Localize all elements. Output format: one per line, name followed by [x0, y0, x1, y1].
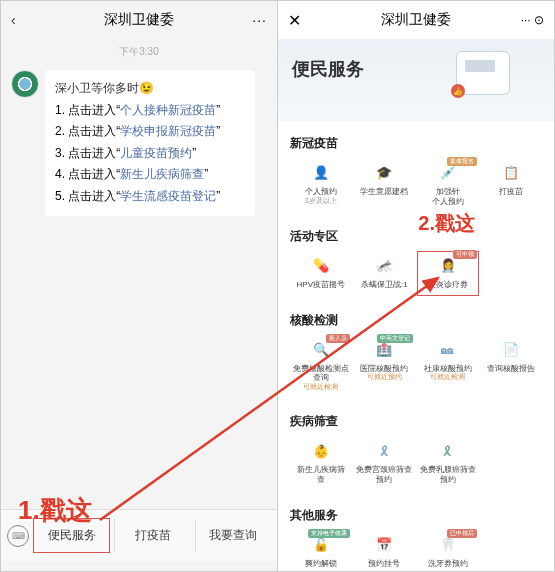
- service-tile[interactable]: 💊HPV疫苗摇号: [290, 251, 352, 296]
- tile-label: 皮炎诊疗券: [418, 280, 478, 290]
- message-bubble: 深小卫等你多时😉 1. 点击进入“个人接种新冠疫苗”2. 点击进入“学校申报新冠…: [45, 70, 255, 216]
- tile-icon: 👤: [310, 162, 332, 184]
- service-tile[interactable]: 📄查询核酸报告: [481, 335, 543, 398]
- tile-label: 杀螨保卫战:1: [355, 280, 415, 290]
- tile-label: 医院核酸预约: [355, 364, 415, 374]
- service-tile[interactable]: 新人员🔍免费核酸检测点查询可就近检测: [290, 335, 352, 398]
- chat-link-item[interactable]: 3. 点击进入“儿童疫苗预约”: [55, 143, 245, 165]
- service-tile[interactable]: 🎗免费宫颈癌筛查预约: [354, 436, 416, 490]
- chat-link-item[interactable]: 2. 点击进入“学校申报新冠疫苗”: [55, 121, 245, 143]
- section: 活动专区💊HPV疫苗摇号🦟杀螨保卫战:1可申领👩‍⚕️皮炎诊疗券: [278, 214, 554, 298]
- badge: 可申领: [453, 250, 477, 259]
- chat-header: ‹ 深圳卫健委 ···: [1, 1, 277, 39]
- tile-subtext: 3岁及以上: [291, 197, 351, 205]
- badge: 中英文登记: [377, 334, 413, 343]
- tile-label: 查询核酸报告: [482, 364, 542, 374]
- tile-label: 免费核酸检测点查询: [291, 364, 351, 383]
- chat-link-item[interactable]: 4. 点击进入“新生儿疾病筛查”: [55, 164, 245, 186]
- menu-dots-icon[interactable]: ··· ⊙: [521, 13, 544, 27]
- service-tile[interactable]: 支持电子健康🔓爽约解锁: [290, 530, 352, 571]
- back-icon[interactable]: ‹: [11, 12, 16, 28]
- avatar[interactable]: [11, 70, 39, 98]
- wink-emoji: 😉: [139, 78, 154, 100]
- service-tile[interactable]: 已申领后🦷洗牙券预约: [417, 530, 479, 571]
- greeting-text: 深小卫等你多时: [55, 81, 139, 95]
- thumbs-up-icon: 👍: [451, 84, 465, 98]
- badge: 新人员: [326, 334, 350, 343]
- chat-link-item[interactable]: 1. 点击进入“个人接种新冠疫苗”: [55, 100, 245, 122]
- tile-subtext: 可就近检测: [291, 383, 351, 391]
- service-panel: ✕ 深圳卫健委 ··· ⊙ 便民服务 👍 新冠疫苗👤个人预约3岁及以上🎓学生意愿…: [278, 1, 554, 571]
- tile-label: 免费乳腺癌筛查预约: [418, 465, 478, 484]
- service-tile[interactable]: 中英文登记🏥医院核酸预约可就近预约: [354, 335, 416, 398]
- service-tile[interactable]: 👶新生儿疾病筛查: [290, 436, 352, 490]
- section-title: 活动专区: [290, 220, 542, 251]
- tile-icon: 🎓: [373, 162, 395, 184]
- section-title: 疾病筛查: [290, 405, 542, 436]
- annotation-step-1: 1.戳这: [18, 493, 92, 528]
- tile-icon: 🦟: [373, 255, 395, 277]
- service-tile[interactable]: 👤个人预约3岁及以上: [290, 158, 352, 212]
- section: 其他服务支持电子健康🔓爽约解锁📅预约挂号已申领后🦷洗牙券预约: [278, 493, 554, 571]
- section-title: 其他服务: [290, 499, 542, 530]
- tile-label: 社康核酸预约: [418, 364, 478, 374]
- menu-query-button[interactable]: 我要查询: [195, 519, 271, 552]
- more-icon[interactable]: ···: [252, 12, 267, 28]
- tile-icon: 🎗: [437, 440, 459, 462]
- timestamp: 下午3:30: [1, 39, 277, 65]
- section: 核酸检测新人员🔍免费核酸检测点查询可就近检测中英文登记🏥医院核酸预约可就近预约🏘…: [278, 298, 554, 400]
- tile-label: 爽约解锁: [291, 559, 351, 569]
- tile-icon: 📄: [500, 339, 522, 361]
- service-tile[interactable]: 📋打疫苗: [481, 158, 543, 212]
- tile-icon: 📅: [373, 534, 395, 556]
- chat-title: 深圳卫健委: [104, 11, 174, 29]
- service-tile[interactable]: 🎗免费乳腺癌筛查预约: [417, 436, 479, 490]
- tile-label: HPV疫苗摇号: [291, 280, 351, 290]
- badge: 支持电子健康: [308, 529, 350, 538]
- service-tile[interactable]: 🎓学生意愿建档: [354, 158, 416, 212]
- badge: 已申领后: [447, 529, 477, 538]
- badge: 集体报名: [447, 157, 477, 166]
- service-tile[interactable]: 集体报名💉加强针个人预约: [417, 158, 479, 212]
- section: 疾病筛查👶新生儿疾病筛查🎗免费宫颈癌筛查预约🎗免费乳腺癌筛查预约: [278, 399, 554, 492]
- tile-label: 洗牙券预约: [418, 559, 478, 569]
- tile-label: 免费宫颈癌筛查预约: [355, 465, 415, 484]
- menu-vaccine-button[interactable]: 打疫苗: [114, 519, 190, 552]
- banner: 便民服务 👍: [278, 39, 554, 121]
- tile-label: 预约挂号: [355, 559, 415, 569]
- service-title: 深圳卫健委: [381, 11, 451, 29]
- close-icon[interactable]: ✕: [288, 11, 301, 30]
- tile-subtext: 可就近检测: [418, 373, 478, 381]
- service-tile[interactable]: 🦟杀螨保卫战:1: [354, 251, 416, 296]
- tile-subtext: 可就近预约: [355, 373, 415, 381]
- chat-panel: ‹ 深圳卫健委 ··· 下午3:30 深小卫等你多时😉 1. 点击进入“个人接种…: [1, 1, 278, 571]
- annotation-step-2: 2.戳这: [418, 210, 475, 237]
- section-title: 新冠疫苗: [290, 127, 542, 158]
- tile-icon: 📋: [500, 162, 522, 184]
- tile-icon: 🎗: [373, 440, 395, 462]
- chat-link-item[interactable]: 5. 点击进入“学生流感疫苗登记”: [55, 186, 245, 208]
- tile-icon: 👶: [310, 440, 332, 462]
- tile-label: 个人预约: [291, 187, 351, 197]
- section: 新冠疫苗👤个人预约3岁及以上🎓学生意愿建档集体报名💉加强针个人预约📋打疫苗: [278, 121, 554, 214]
- tile-label: 加强针个人预约: [418, 187, 478, 206]
- tile-icon: 💊: [310, 255, 332, 277]
- service-tile[interactable]: 📅预约挂号: [354, 530, 416, 571]
- section-title: 核酸检测: [290, 304, 542, 335]
- banner-graphic: 👍: [456, 51, 536, 107]
- tile-label: 学生意愿建档: [355, 187, 415, 197]
- tile-label: 打疫苗: [482, 187, 542, 197]
- service-header: ✕ 深圳卫健委 ··· ⊙: [278, 1, 554, 39]
- service-tile[interactable]: 🏘社康核酸预约可就近检测: [417, 335, 479, 398]
- service-tile[interactable]: 可申领👩‍⚕️皮炎诊疗券: [417, 251, 479, 296]
- tile-icon: 🏘: [437, 339, 459, 361]
- tile-label: 新生儿疾病筛查: [291, 465, 351, 484]
